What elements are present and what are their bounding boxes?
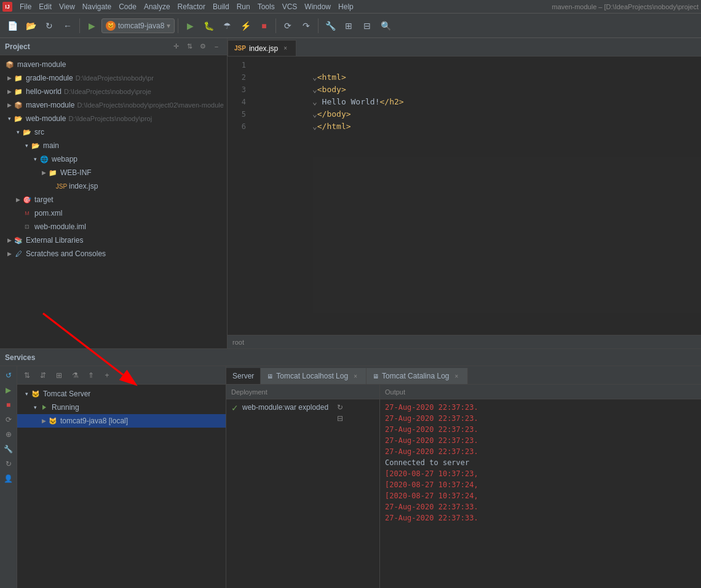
menu-tools[interactable]: Tools bbox=[254, 0, 279, 14]
iml-spacer: ▶ bbox=[14, 222, 22, 231]
server-dropdown[interactable]: 🐱 tomcat9-java8 ▾ bbox=[101, 18, 175, 33]
toolbar-step-over[interactable]: ⟳ bbox=[279, 17, 296, 34]
menu-navigate[interactable]: Navigate bbox=[79, 0, 115, 14]
left-btn-user[interactable]: 👤 bbox=[2, 472, 15, 485]
webinf-arrow-icon: ▶ bbox=[39, 168, 48, 177]
menu-code[interactable]: Code bbox=[115, 0, 140, 14]
tree-item-gradle-module[interactable]: ▶ 📁 gradle-module D:\IdeaProjects\nobody… bbox=[0, 71, 227, 85]
maven-module-tree-icon: 📦 bbox=[14, 100, 23, 110]
log-tab-localhost[interactable]: 🖥 Tomcat Localhost Log × bbox=[261, 368, 366, 384]
services-filter[interactable]: ⚗ bbox=[68, 368, 82, 383]
left-btn-stop[interactable]: ■ bbox=[2, 398, 15, 412]
left-btn-rerun[interactable]: ⟳ bbox=[2, 413, 15, 426]
menu-view[interactable]: View bbox=[55, 0, 79, 14]
tree-item-external-libs[interactable]: ▶ 📚 External Libraries bbox=[0, 233, 227, 247]
hello-world-arrow-icon: ▶ bbox=[5, 87, 14, 96]
deploy-item-label: web-module:war exploded bbox=[242, 403, 328, 412]
menu-vcs[interactable]: VCS bbox=[279, 0, 301, 14]
deploy-stop-btn[interactable]: ⊟ bbox=[337, 414, 343, 423]
services-add[interactable]: + bbox=[100, 368, 114, 383]
toolbar-sep-2 bbox=[178, 18, 178, 33]
toolbar-layout[interactable]: ⊞ bbox=[340, 17, 357, 34]
log-deployment-header: Deployment bbox=[226, 385, 379, 399]
panel-add-btn[interactable]: ✛ bbox=[170, 41, 181, 52]
menu-file[interactable]: File bbox=[16, 0, 35, 14]
web-module-folder-icon: 📂 bbox=[14, 114, 23, 123]
tree-item-webinf[interactable]: ▶ 📁 WEB-INF bbox=[0, 166, 227, 179]
menu-window[interactable]: Window bbox=[301, 0, 335, 14]
hello-world-folder-icon: 📁 bbox=[14, 87, 23, 96]
output-header-label: Output bbox=[385, 388, 405, 396]
services-expand-all[interactable]: ⇅ bbox=[20, 368, 34, 383]
tab-close-btn[interactable]: × bbox=[281, 44, 290, 53]
log-tabs: Server 🖥 Tomcat Localhost Log × 🖥 Tomcat… bbox=[226, 366, 701, 385]
localhost-tab-close[interactable]: × bbox=[351, 372, 360, 380]
services-sort[interactable]: ⇑ bbox=[84, 368, 98, 383]
menu-build[interactable]: Build bbox=[209, 0, 233, 14]
toolbar-stop[interactable]: ■ bbox=[255, 17, 272, 34]
log-line-8: [2020-08-27 10:37:24, bbox=[385, 479, 696, 490]
ext-libs-arrow-icon: ▶ bbox=[5, 236, 14, 245]
toolbar-debug[interactable]: 🐛 bbox=[200, 17, 217, 34]
tree-item-iml[interactable]: ▶ ⊡ web-module.iml bbox=[0, 220, 227, 233]
toolbar-search[interactable]: 🔍 bbox=[377, 17, 394, 34]
deploy-refresh-btn[interactable]: ↻ bbox=[337, 403, 343, 412]
services-group[interactable]: ⊞ bbox=[52, 368, 66, 383]
services-tree-running[interactable]: ▾ Running bbox=[17, 401, 226, 414]
services-tree-instance[interactable]: ▶ 🐱 tomcat9-java8 [local] bbox=[17, 414, 226, 428]
log-line-6: Connected to server bbox=[385, 457, 696, 468]
menu-help[interactable]: Help bbox=[335, 0, 357, 14]
code-area[interactable]: ⌄<html> ⌄<body> ⌄ Hello World!</h2> ⌄</b… bbox=[250, 59, 701, 332]
pom-spacer: ▶ bbox=[14, 209, 22, 218]
toolbar-run-action[interactable]: ▶ bbox=[83, 17, 100, 34]
tree-item-hello-world[interactable]: ▶ 📁 hello-world D:\IdeaProjects\nobody\p… bbox=[0, 85, 227, 98]
editor-tab-index-jsp[interactable]: JSP index.jsp × bbox=[228, 40, 296, 56]
log-tab-catalina[interactable]: 🖥 Tomcat Catalina Log × bbox=[366, 368, 467, 384]
tree-item-pom-xml[interactable]: ▶ M pom.xml bbox=[0, 206, 227, 220]
toolbar-profile[interactable]: ⚡ bbox=[237, 17, 254, 34]
toolbar-new-file[interactable]: 📄 bbox=[4, 17, 21, 34]
tree-item-maven-module-top[interactable]: 📦 maven-module bbox=[0, 58, 227, 71]
menu-edit[interactable]: Edit bbox=[35, 0, 55, 14]
tree-item-index-jsp[interactable]: ▶ JSP index.jsp bbox=[0, 179, 227, 193]
left-btn-reload[interactable]: ↻ bbox=[2, 457, 15, 471]
services-collapse-all[interactable]: ⇵ bbox=[36, 368, 50, 383]
toolbar-split[interactable]: ⊟ bbox=[358, 17, 376, 34]
menu-run[interactable]: Run bbox=[233, 0, 254, 14]
left-btn-resume[interactable]: ▶ bbox=[2, 383, 15, 397]
toolbar-open[interactable]: 📂 bbox=[22, 17, 39, 34]
toolbar-back[interactable]: ← bbox=[59, 17, 76, 34]
toolbar-reload[interactable]: ↻ bbox=[41, 17, 58, 34]
toolbar-run[interactable]: ▶ bbox=[181, 17, 199, 34]
left-btn-tools[interactable]: 🔧 bbox=[2, 442, 15, 456]
tree-item-scratches[interactable]: ▶ 🖊 Scratches and Consoles bbox=[0, 247, 227, 261]
left-btn-restart[interactable]: ↺ bbox=[2, 369, 15, 382]
panel-settings-btn[interactable]: ⚙ bbox=[197, 41, 208, 52]
tree-item-webapp[interactable]: ▾ 🌐 webapp bbox=[0, 152, 227, 166]
running-arrow: ▾ bbox=[31, 403, 39, 412]
src-arrow-icon: ▾ bbox=[14, 128, 22, 136]
panel-minimize-btn[interactable]: − bbox=[211, 41, 222, 52]
maven-module-arrow-icon: ▶ bbox=[5, 101, 14, 109]
toolbar-settings[interactable]: 🔧 bbox=[322, 17, 339, 34]
catalina-tab-close[interactable]: × bbox=[453, 372, 461, 380]
services-tree-tomcat[interactable]: ▾ 🐱 Tomcat Server bbox=[17, 387, 226, 401]
toolbar-step-into[interactable]: ↷ bbox=[298, 17, 315, 34]
toolbar-coverage[interactable]: ☂ bbox=[218, 17, 236, 34]
panel-sync-btn[interactable]: ⇅ bbox=[184, 41, 195, 52]
menu-analyze[interactable]: Analyze bbox=[140, 0, 174, 14]
web-module-arrow-icon: ▾ bbox=[5, 114, 14, 123]
menu-refactor[interactable]: Refactor bbox=[174, 0, 209, 14]
left-btn-attach[interactable]: ⊕ bbox=[2, 428, 15, 441]
tree-item-maven-module[interactable]: ▶ 📦 maven-module D:\IdeaProjects\nobody\… bbox=[0, 98, 227, 112]
log-tab-server[interactable]: Server bbox=[226, 368, 261, 384]
log-output-content[interactable]: 27-Aug-2020 22:37:23. 27-Aug-2020 22:37:… bbox=[380, 399, 701, 588]
server-dropdown-label: tomcat9-java8 bbox=[118, 22, 164, 30]
tree-item-target[interactable]: ▶ 🎯 target bbox=[0, 193, 227, 206]
tree-item-web-module[interactable]: ▾ 📂 web-module D:\IdeaProjects\nobody\pr… bbox=[0, 112, 227, 125]
tree-item-src[interactable]: ▾ 📂 src bbox=[0, 125, 227, 139]
deployment-header-label: Deployment bbox=[231, 388, 267, 396]
target-folder-icon: 🎯 bbox=[22, 195, 32, 205]
tree-item-main[interactable]: ▾ 📂 main bbox=[0, 139, 227, 152]
log-line-7: [2020-08-27 10:37:23, bbox=[385, 468, 696, 479]
